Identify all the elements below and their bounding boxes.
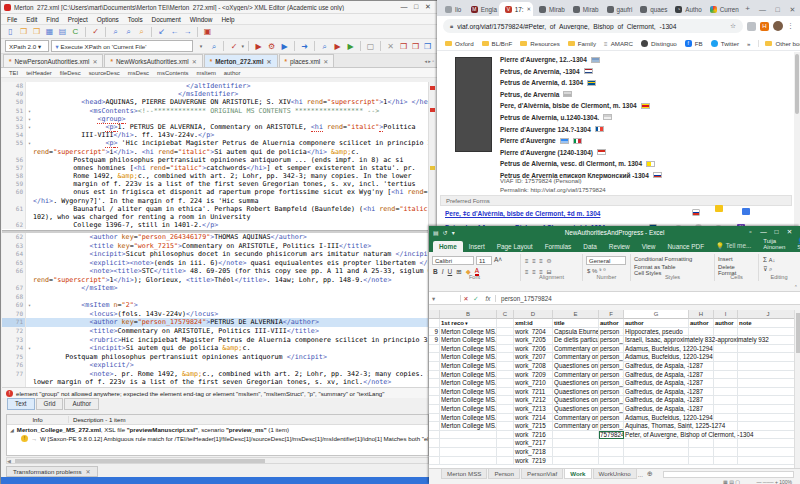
cell[interactable]: H	[689, 310, 714, 319]
sheet-scrollbar[interactable]	[663, 471, 794, 478]
code-line[interactable]: 62 <author key="person_264346179">THOMAS…	[2, 233, 428, 242]
cell[interactable]	[689, 439, 714, 448]
tab-scroll-buttons[interactable]: ◂ ▸ ▫	[421, 58, 437, 64]
cell[interactable]: person_2	[599, 422, 624, 431]
collapse-ribbon-icon[interactable]: ⌃	[794, 284, 798, 290]
cell[interactable]: Merton College MS.	[440, 336, 497, 345]
table-row[interactable]: Merton College MS.work_7213Quaestiones o…	[429, 405, 794, 414]
xpath-input[interactable]: ▾ Execute XPath on 'Current File'	[51, 40, 193, 52]
cell[interactable]	[497, 319, 514, 328]
cell[interactable]	[429, 439, 440, 448]
warning-marker[interactable]	[430, 166, 435, 170]
url-text[interactable]: viaf.org/viaf/17579824/#Peter,_of_Auverg…	[457, 23, 726, 30]
tell-me-box[interactable]: 💡 Tell me...	[710, 240, 757, 252]
ribbon-tab-nuance-pdf[interactable]: Nuance PDF	[662, 241, 711, 252]
cell[interactable]: Quaestiones on Aristot	[553, 396, 599, 405]
code-line[interactable]: 59 margin of f. 223v is a list of the fi…	[2, 180, 428, 188]
scrollbar-thumb[interactable]	[15, 459, 265, 463]
breadcrumb-sourceDesc[interactable]: sourceDesc	[89, 70, 120, 76]
cell[interactable]: Adamus, Bucfeldus, 1220-1294	[624, 353, 689, 362]
browser-tab-quaes[interactable]: quaes	[634, 2, 669, 16]
cell[interactable]: Quaestiones on Aristot	[553, 362, 599, 371]
viaf-name-entry[interactable]: Pierre d'Auvergne	[500, 137, 662, 144]
editor-tab-NewWorksAuthorities.xml[interactable]: *NewWorksAuthorities.xml✕	[104, 54, 202, 67]
sheet-tabs-more[interactable]: ...	[638, 471, 643, 478]
browser-close-button[interactable]: ✕	[785, 4, 800, 16]
table-row[interactable]: work_7217	[429, 439, 794, 448]
breadcrumb-msItem[interactable]: msItem	[197, 70, 216, 76]
close-icon[interactable]: ✕	[527, 6, 532, 12]
cell[interactable]	[429, 414, 440, 423]
cell[interactable]	[689, 328, 714, 337]
cell[interactable]	[738, 448, 794, 457]
table-row[interactable]: Merton College MS.work_7212Quaestiones o…	[429, 396, 794, 405]
cell[interactable]: Aquinas, Thomas, Saint, 1225-1274	[624, 422, 689, 431]
results-row-file[interactable]: ◢ Merton_College_MS_272.xml, XSL file "p…	[7, 425, 428, 434]
address-bar[interactable]: 🔒︎ viaf.org/viaf/17579824/#Peter,_of_Auv…	[443, 19, 743, 33]
breadcrumb-fileDesc[interactable]: fileDesc	[60, 70, 81, 76]
cell[interactable]: D	[514, 310, 553, 319]
close-icon[interactable]: ✕	[192, 58, 197, 65]
cell[interactable]: B	[440, 310, 497, 319]
code-line[interactable]: 64 <incipit>Sicut philosophus docet in s…	[2, 250, 428, 259]
close-icon[interactable]: ✕	[86, 468, 91, 475]
cell[interactable]: C	[497, 310, 514, 319]
cell[interactable]: work_7204	[514, 328, 553, 337]
cell[interactable]: person_2	[599, 405, 624, 414]
run-icon[interactable]: ▶	[332, 41, 343, 52]
viaf-section-header[interactable]: Preferred Forms	[440, 195, 792, 206]
cell[interactable]	[429, 345, 440, 354]
browser-tab-lio[interactable]: lio	[439, 2, 465, 16]
sheet-tab-merton-mss[interactable]: Merton MSS	[441, 469, 487, 479]
cell[interactable]	[738, 422, 794, 431]
page-scrollbar[interactable]	[794, 52, 800, 226]
cell[interactable]: 9	[429, 336, 440, 345]
code-line[interactable]: 76 <explicit/>	[2, 361, 428, 370]
xml-editor[interactable]: 48 </altIdentifier>49 </msIdentifier>50 …	[2, 82, 436, 387]
format-indent-icon[interactable]: ▣	[202, 26, 213, 37]
code-line[interactable]: 73 <rubric>Hic incipiebat Magister Petru…	[2, 336, 428, 345]
code-line[interactable]: 54 III-VIII</hi>. ff. 143v-224v.</p>	[2, 131, 428, 139]
cell[interactable]	[429, 371, 440, 380]
cell[interactable]: J	[738, 310, 794, 319]
mode-tab-author[interactable]: Author	[64, 398, 99, 410]
cell[interactable]	[429, 319, 440, 328]
cell[interactable]: person_2	[599, 362, 624, 371]
viaf-name-entry[interactable]: Petrus de Arvernia, d. 1304	[500, 79, 662, 86]
results-horizontal-scrollbar[interactable]: ◀	[6, 457, 429, 464]
undo-icon[interactable]: ↺	[443, 229, 448, 236]
cell[interactable]: author	[624, 319, 689, 328]
conditional-formatting-button[interactable]: Conditional Formatting	[634, 256, 692, 262]
ribbon-tab-formulas[interactable]: Formulas	[539, 241, 578, 252]
viaf-name-entry[interactable]: Petrus, de Arvernia, -1304	[500, 68, 662, 75]
cell[interactable]: Galfredus, de Aspala, -1287	[624, 396, 689, 405]
code-line[interactable]: 67 </msItem>	[2, 284, 428, 293]
cell[interactable]	[624, 448, 689, 457]
cell[interactable]	[429, 353, 440, 362]
viaf-name-entry[interactable]: Pierre d'Auvergne 124.?-1304	[500, 126, 662, 133]
cell[interactable]: Quaestiones on Aristot	[553, 405, 599, 414]
fold-toggle-icon[interactable]: ▾	[26, 139, 33, 147]
results-row-warning[interactable]: ! → W [Saxon-PE 9.8.0.12] Ambiguous rule…	[7, 434, 428, 443]
cell[interactable]: work_7216	[514, 431, 553, 440]
oxygen-minimize-button[interactable]: —	[398, 3, 410, 12]
viaf-permalink[interactable]: Permalink: http://viaf.org/viaf/17579824	[500, 186, 606, 193]
cell[interactable]	[429, 379, 440, 388]
xpath-version-select[interactable]: XPath 2.0 ▾	[5, 40, 49, 52]
cell[interactable]	[714, 414, 738, 423]
code-line[interactable]: 55▾ <p> 'Hic incipiebat Magister Petrus …	[2, 139, 428, 147]
code-line[interactable]: </hi>. Wygorny?]'. In the margin of f. 2…	[2, 197, 428, 205]
viaf-name-entry[interactable]: Pierre d'Auvergne (1240-1304)	[500, 149, 662, 156]
cell[interactable]	[738, 379, 794, 388]
sheet-tab-person[interactable]: Person	[488, 469, 520, 479]
cell[interactable]	[738, 328, 794, 337]
editor-tab-places.xml[interactable]: *places.xml✕	[279, 54, 335, 67]
cell[interactable]: person_2	[599, 396, 624, 405]
cell[interactable]: G	[624, 310, 689, 319]
cell[interactable]	[738, 353, 794, 362]
cell[interactable]: Merton College MS.	[440, 328, 497, 337]
breadcrumb-TEI[interactable]: TEI	[9, 70, 18, 76]
help-browser-icon[interactable]: ❒	[422, 41, 433, 52]
cell[interactable]	[440, 457, 497, 466]
cell[interactable]: Merton College MS.	[440, 371, 497, 380]
